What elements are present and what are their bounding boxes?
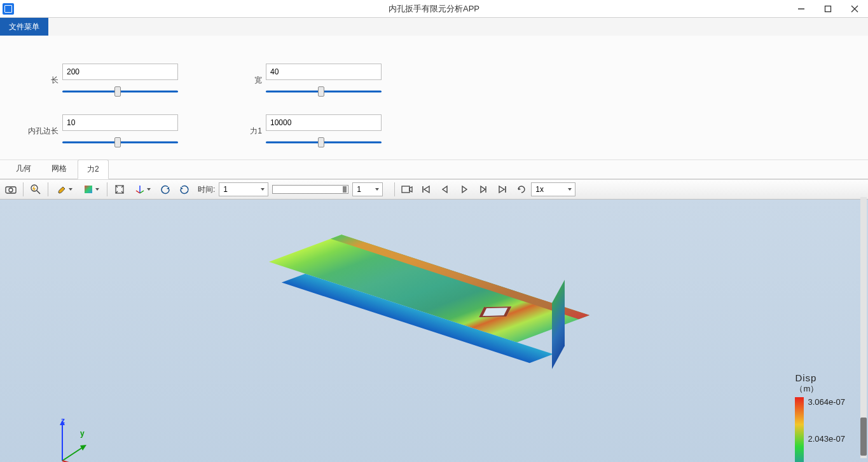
- legend-tick: 3.064e-07: [808, 397, 845, 407]
- axis-y-label: y: [80, 429, 85, 438]
- width-label: 宽: [216, 75, 266, 86]
- vertical-scrollbar[interactable]: [860, 197, 867, 458]
- record-icon[interactable]: [398, 180, 416, 198]
- model-hole: [479, 306, 511, 317]
- minimize-button[interactable]: [793, 3, 809, 15]
- svg-rect-13: [402, 186, 410, 193]
- hole-slider[interactable]: [62, 137, 178, 147]
- play-icon[interactable]: [455, 180, 473, 198]
- svg-line-11: [140, 191, 144, 193]
- time-label: 时间:: [194, 184, 219, 195]
- hole-input[interactable]: [62, 114, 178, 131]
- time-value-select[interactable]: 1: [219, 182, 268, 196]
- rotate-ccw-icon[interactable]: [156, 180, 174, 198]
- cube-color-dropdown-icon[interactable]: [78, 180, 104, 198]
- axis-x-label: x: [80, 459, 85, 462]
- fem-model: [305, 223, 553, 371]
- fit-extents-icon[interactable]: [111, 180, 128, 198]
- maximize-button[interactable]: [820, 3, 836, 15]
- length-slider[interactable]: [62, 86, 178, 97]
- next-frame-icon[interactable]: [474, 180, 492, 198]
- brush-dropdown-icon[interactable]: [52, 180, 77, 198]
- legend-unit: （m）: [795, 383, 818, 395]
- menu-bar: 文件菜单: [0, 18, 868, 36]
- app-icon: [3, 3, 14, 15]
- camera-icon[interactable]: [2, 180, 20, 198]
- force-label: 力1: [216, 126, 266, 137]
- timeline-slider[interactable]: [272, 185, 348, 194]
- time-frame-select[interactable]: 1: [352, 182, 383, 196]
- prev-frame-icon[interactable]: [436, 180, 454, 198]
- tab-mesh[interactable]: 网格: [42, 159, 76, 179]
- scrollbar-thumb[interactable]: [860, 418, 867, 456]
- axis-z-label: z: [61, 416, 65, 425]
- color-legend: Disp （m） 3.064e-07 2.043e-07 1.021e-07: [795, 372, 845, 462]
- width-slider[interactable]: [266, 86, 382, 97]
- tab-geometry[interactable]: 几何: [6, 159, 41, 179]
- axis-view-dropdown-icon[interactable]: [130, 180, 155, 198]
- svg-line-18: [62, 446, 85, 461]
- title-bar: 内孔扳手有限元分析APP: [0, 0, 868, 18]
- svg-line-7: [37, 191, 40, 194]
- svg-point-5: [9, 188, 13, 192]
- time-value-text: 1: [223, 185, 228, 194]
- close-button[interactable]: [846, 3, 863, 15]
- window-title: 内孔扳手有限元分析APP: [389, 3, 479, 15]
- viewport-toolbar: 时间: 1 1 1x: [0, 179, 868, 200]
- loop-icon[interactable]: [513, 180, 530, 198]
- rotate-cw-icon[interactable]: [176, 180, 193, 198]
- length-input[interactable]: [62, 64, 178, 80]
- time-frame-text: 1: [357, 185, 361, 194]
- legend-tick: 2.043e-07: [808, 434, 845, 444]
- svg-rect-8: [85, 186, 92, 193]
- first-frame-icon[interactable]: [417, 180, 435, 198]
- width-input[interactable]: [266, 64, 382, 80]
- hole-label: 内孔边长: [13, 126, 62, 137]
- svg-rect-1: [825, 6, 831, 11]
- legend-colorbar: [795, 397, 804, 462]
- axis-triad: z y x: [50, 418, 100, 462]
- speed-text: 1x: [535, 185, 544, 194]
- length-label: 长: [13, 75, 62, 86]
- legend-title: Disp: [795, 372, 816, 383]
- svg-line-12: [136, 191, 140, 193]
- speed-select[interactable]: 1x: [531, 182, 575, 196]
- viewport-3d[interactable]: z y x Disp （m） 3.064e-07 2.043e-07 1.021…: [0, 200, 868, 462]
- force-input[interactable]: [266, 114, 382, 131]
- tab-force2[interactable]: 力2: [78, 160, 109, 179]
- last-frame-icon[interactable]: [493, 180, 511, 198]
- zoom-lightning-icon[interactable]: [27, 180, 45, 198]
- file-menu[interactable]: 文件菜单: [0, 18, 48, 36]
- force-slider[interactable]: [266, 137, 382, 147]
- tab-row: 几何 网格 力2: [0, 160, 868, 179]
- parameter-panel: 长 内孔边长 宽: [0, 36, 868, 160]
